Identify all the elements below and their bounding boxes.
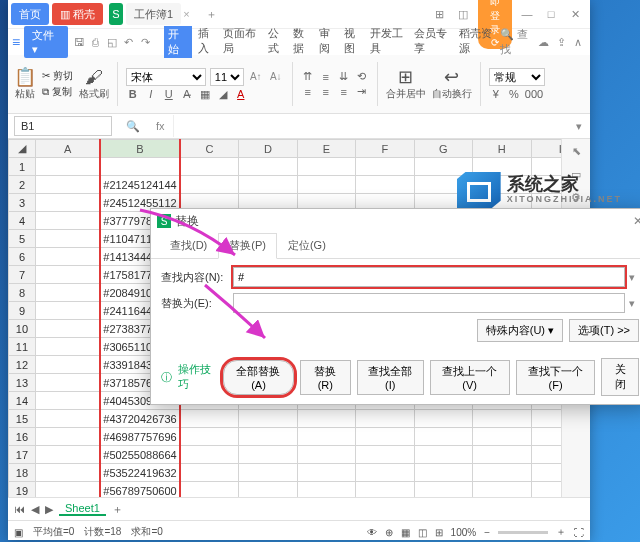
cell[interactable]: [239, 176, 297, 194]
orient-icon[interactable]: ⟲: [355, 70, 369, 83]
normal-view-icon[interactable]: ▦: [401, 527, 410, 538]
row-header[interactable]: 13: [9, 374, 36, 392]
tip-link[interactable]: 操作技巧: [178, 362, 217, 392]
border-icon[interactable]: ▦: [198, 88, 212, 101]
cell[interactable]: [414, 410, 472, 428]
ribbon-insert[interactable]: 插入: [198, 26, 217, 58]
tab-replace[interactable]: 替换(P): [218, 233, 277, 259]
cell[interactable]: [35, 428, 100, 446]
cell[interactable]: [35, 248, 100, 266]
row-header[interactable]: 12: [9, 356, 36, 374]
collapse-ribbon-icon[interactable]: ∧: [574, 36, 582, 49]
find-next-button[interactable]: 查找下一个(F): [516, 360, 596, 395]
cell[interactable]: [35, 338, 100, 356]
ribbon-review[interactable]: 审阅: [319, 26, 338, 58]
find-all-button[interactable]: 查找全部(I): [357, 360, 424, 395]
zoom-in-icon[interactable]: ＋: [556, 525, 566, 539]
special-button[interactable]: 特殊内容(U) ▾: [477, 319, 563, 342]
cell[interactable]: #43720426736: [100, 410, 179, 428]
cell[interactable]: [100, 158, 179, 176]
dialog-titlebar[interactable]: S 替换 ✕: [151, 209, 640, 233]
col-A[interactable]: A: [35, 140, 100, 158]
cell[interactable]: [356, 464, 414, 482]
replace-input[interactable]: [233, 293, 625, 313]
ribbon-data[interactable]: 数据: [293, 26, 312, 58]
row-header[interactable]: 14: [9, 392, 36, 410]
cell[interactable]: [297, 428, 355, 446]
cell[interactable]: [35, 284, 100, 302]
reading-icon[interactable]: 👁: [367, 527, 377, 538]
wrap-button[interactable]: ↩ 自动换行: [432, 68, 472, 101]
ribbon-formula[interactable]: 公式: [268, 26, 287, 58]
align-top-icon[interactable]: ⇈: [301, 70, 315, 83]
share-icon[interactable]: ⇪: [557, 36, 566, 49]
cell[interactable]: [35, 392, 100, 410]
ribbon-docer[interactable]: 稻壳资源: [459, 26, 498, 58]
currency-icon[interactable]: ¥: [489, 88, 503, 100]
cell[interactable]: #53522419632: [100, 464, 179, 482]
cell[interactable]: [356, 428, 414, 446]
zoom-out-icon[interactable]: −: [484, 527, 490, 538]
cell[interactable]: [297, 410, 355, 428]
cell[interactable]: [180, 158, 239, 176]
cell[interactable]: [473, 410, 531, 428]
tab-find[interactable]: 查找(D): [159, 233, 218, 258]
print-icon[interactable]: ⎙: [89, 36, 103, 48]
cell[interactable]: [180, 464, 239, 482]
cell[interactable]: [297, 464, 355, 482]
view-icon[interactable]: ◫: [454, 8, 472, 21]
cell[interactable]: [239, 446, 297, 464]
col-C[interactable]: C: [180, 140, 239, 158]
cell[interactable]: [35, 212, 100, 230]
select-icon[interactable]: ⬉: [572, 145, 581, 158]
row-header[interactable]: 16: [9, 428, 36, 446]
replace-one-button[interactable]: 替换(R): [300, 360, 351, 395]
cell[interactable]: [239, 482, 297, 498]
cell[interactable]: #50255088664: [100, 446, 179, 464]
cell[interactable]: [414, 446, 472, 464]
zoom-value[interactable]: 100%: [451, 527, 477, 538]
cell[interactable]: [35, 374, 100, 392]
cut-button[interactable]: ✂ 剪切: [42, 69, 73, 83]
replace-dropdown-icon[interactable]: ▾: [625, 297, 639, 310]
ribbon-layout[interactable]: 页面布局: [223, 26, 262, 58]
cell[interactable]: [35, 158, 100, 176]
window-minimize[interactable]: —: [518, 8, 536, 20]
col-F[interactable]: F: [356, 140, 414, 158]
cell[interactable]: [414, 464, 472, 482]
cell[interactable]: [35, 176, 100, 194]
bold-icon[interactable]: B: [126, 88, 140, 100]
cell[interactable]: [180, 176, 239, 194]
ribbon-view[interactable]: 视图: [344, 26, 363, 58]
replace-all-button[interactable]: 全部替换(A): [223, 360, 293, 395]
row-header[interactable]: 1: [9, 158, 36, 176]
italic-icon[interactable]: I: [144, 88, 158, 100]
align-center-icon[interactable]: ≡: [319, 86, 333, 98]
cell[interactable]: [35, 302, 100, 320]
cell[interactable]: [297, 176, 355, 194]
cell[interactable]: [414, 482, 472, 498]
cell[interactable]: [35, 320, 100, 338]
row-header[interactable]: 3: [9, 194, 36, 212]
row-header[interactable]: 5: [9, 230, 36, 248]
cell[interactable]: [239, 410, 297, 428]
fill-icon[interactable]: ◢: [216, 88, 230, 101]
cell[interactable]: [35, 356, 100, 374]
find-prev-button[interactable]: 查找上一个(V): [430, 360, 510, 395]
app-menu-icon[interactable]: ≡: [12, 34, 20, 50]
save-icon[interactable]: 🖫: [72, 36, 86, 48]
tab-goto[interactable]: 定位(G): [277, 233, 337, 258]
name-box[interactable]: B1: [14, 116, 112, 136]
first-sheet-icon[interactable]: ⏮: [14, 503, 25, 515]
cell[interactable]: [473, 482, 531, 498]
row-header[interactable]: 10: [9, 320, 36, 338]
pagebreak-view-icon[interactable]: ⊞: [435, 527, 443, 538]
col-B[interactable]: B: [100, 140, 179, 158]
find-dropdown-icon[interactable]: ▾: [625, 271, 639, 284]
grid-icon[interactable]: ⊞: [430, 8, 448, 21]
cell[interactable]: [180, 482, 239, 498]
underline-icon[interactable]: U: [162, 88, 176, 100]
cell[interactable]: [356, 410, 414, 428]
tab-close-icon[interactable]: ×: [183, 8, 189, 20]
ribbon-dev[interactable]: 开发工具: [370, 26, 409, 58]
